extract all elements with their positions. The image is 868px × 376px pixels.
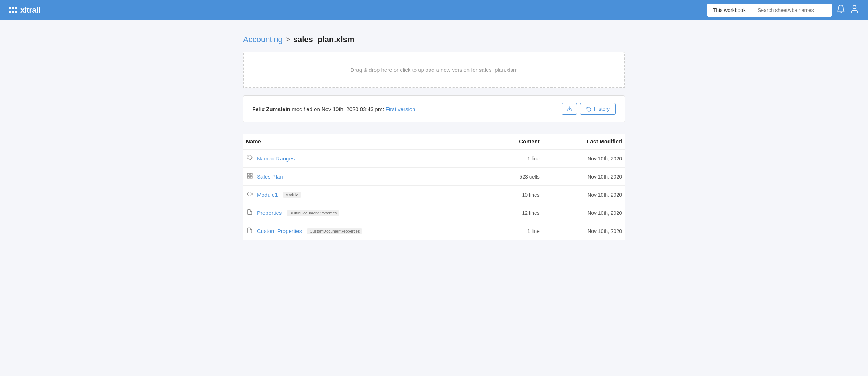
file-type-icon [246, 173, 253, 180]
table-row: Properties BuiltInDocumentProperties 12 … [243, 204, 625, 222]
table-header: Name Content Last Modified [243, 134, 625, 149]
history-label: History [594, 106, 610, 112]
download-button[interactable] [562, 103, 577, 115]
svg-rect-5 [250, 176, 252, 178]
file-type-icon [246, 209, 253, 217]
version-actions: History [562, 103, 616, 115]
file-type-icon [246, 155, 253, 162]
table-row: Sales Plan 523 cells Nov 10th, 2020 [243, 168, 625, 186]
table-row: Named Ranges 1 line Nov 10th, 2020 [243, 149, 625, 168]
table-body: Named Ranges 1 line Nov 10th, 2020 Sales… [243, 149, 625, 240]
file-badge: BuiltInDocumentProperties [287, 210, 339, 216]
file-type-icon [246, 191, 253, 199]
svg-rect-6 [247, 176, 249, 178]
version-modified-text: modified on Nov 10th, 2020 03:43 pm: [292, 106, 386, 112]
file-badge: Module [283, 192, 301, 198]
file-type-icon [246, 227, 253, 235]
search-bar: This workbook [707, 4, 832, 17]
file-last-modified: Nov 10th, 2020 [542, 222, 625, 240]
version-link[interactable]: First version [386, 106, 415, 112]
col-last-modified: Last Modified [542, 134, 625, 149]
svg-rect-4 [250, 173, 252, 175]
main-content: Accounting > sales_plan.xlsm Drag & drop… [234, 20, 634, 255]
file-content: 523 cells [489, 168, 542, 186]
breadcrumb-parent[interactable]: Accounting [243, 35, 283, 44]
file-content: 1 line [489, 222, 542, 240]
table-row: Module1 Module 10 lines Nov 10th, 2020 [243, 186, 625, 204]
file-content: 12 lines [489, 204, 542, 222]
history-button[interactable]: History [580, 103, 616, 115]
app-header: xltrail This workbook [0, 0, 868, 20]
drop-zone-text: Drag & drop here or click to upload a ne… [350, 67, 517, 73]
svg-point-0 [853, 5, 856, 9]
file-name-cell: Named Ranges [243, 149, 489, 168]
search-input[interactable] [752, 4, 832, 17]
files-table: Name Content Last Modified Named Ranges … [243, 134, 625, 240]
user-icon[interactable] [850, 4, 859, 16]
file-link[interactable]: Named Ranges [257, 155, 295, 162]
col-name: Name [243, 134, 489, 149]
breadcrumb-separator: > [286, 35, 290, 44]
file-name-cell: Custom Properties CustomDocumentProperti… [243, 222, 489, 240]
file-last-modified: Nov 10th, 2020 [542, 204, 625, 222]
header-right: This workbook [707, 4, 859, 17]
notification-icon[interactable] [836, 4, 846, 16]
logo: xltrail [9, 5, 40, 15]
file-content: 10 lines [489, 186, 542, 204]
file-last-modified: Nov 10th, 2020 [542, 149, 625, 168]
file-last-modified: Nov 10th, 2020 [542, 168, 625, 186]
table-row: Custom Properties CustomDocumentProperti… [243, 222, 625, 240]
logo-icon [9, 7, 17, 14]
svg-rect-3 [247, 173, 249, 175]
file-name-cell: Sales Plan [243, 168, 489, 186]
file-name-cell: Properties BuiltInDocumentProperties [243, 204, 489, 222]
logo-text: xltrail [20, 5, 40, 15]
file-content: 1 line [489, 149, 542, 168]
file-link[interactable]: Sales Plan [257, 173, 283, 180]
file-link[interactable]: Module1 [257, 192, 278, 198]
file-last-modified: Nov 10th, 2020 [542, 186, 625, 204]
this-workbook-button[interactable]: This workbook [707, 4, 752, 17]
file-name-cell: Module1 Module [243, 186, 489, 204]
file-link[interactable]: Custom Properties [257, 228, 302, 234]
version-card: Felix Zumstein modified on Nov 10th, 202… [243, 95, 625, 122]
file-badge: CustomDocumentProperties [307, 228, 362, 234]
col-content: Content [489, 134, 542, 149]
file-link[interactable]: Properties [257, 210, 282, 216]
version-author: Felix Zumstein [252, 106, 290, 112]
breadcrumb-current: sales_plan.xlsm [293, 35, 355, 44]
drop-zone[interactable]: Drag & drop here or click to upload a ne… [243, 52, 625, 88]
breadcrumb: Accounting > sales_plan.xlsm [243, 35, 625, 44]
version-info: Felix Zumstein modified on Nov 10th, 202… [252, 106, 415, 112]
